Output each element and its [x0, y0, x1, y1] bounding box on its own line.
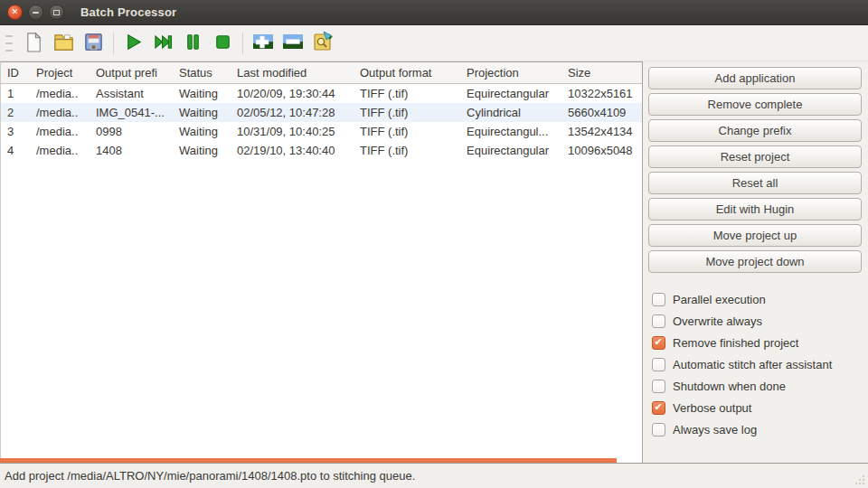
table-header-row: ID Project Output prefi Status Last modi…	[1, 62, 642, 84]
table-row[interactable]: 2 /media.. IMG_0541-... Waiting 02/05/12…	[1, 103, 642, 122]
checkbox-label: Shutdown when done	[673, 380, 786, 393]
checkbox-always-save-log[interactable]: Always save log	[652, 418, 862, 440]
column-header-status[interactable]: Status	[173, 62, 231, 83]
table-cell: /media..	[30, 106, 90, 119]
table-row[interactable]: 3 /media.. 0998 Waiting 10/31/09, 10:40:…	[1, 122, 642, 141]
column-header-projection[interactable]: Projection	[460, 62, 561, 83]
save-icon	[83, 32, 104, 55]
table-cell: TIFF (.tif)	[354, 125, 460, 138]
table-cell: 4	[1, 144, 30, 157]
add-project-button[interactable]	[249, 29, 277, 57]
new-file-icon	[24, 32, 44, 55]
checkbox-box[interactable]	[652, 423, 665, 436]
table-cell: 1	[1, 87, 30, 100]
open-folder-icon	[53, 32, 74, 55]
reset-project-button[interactable]: Reset project	[648, 145, 862, 168]
table-cell: TIFF (.tif)	[354, 144, 460, 157]
skip-project-button[interactable]	[149, 29, 177, 57]
table-cell: TIFF (.tif)	[354, 87, 460, 100]
table-cell: Equirectangul...	[460, 125, 561, 138]
table-cell: Waiting	[173, 144, 231, 157]
column-header-output-format[interactable]: Output format	[354, 62, 460, 83]
move-project-up-button[interactable]: Move project up	[648, 224, 862, 247]
stop-icon	[212, 32, 233, 55]
checkbox-remove-finished-project[interactable]: Remove finished project	[652, 332, 862, 353]
cancel-batch-button[interactable]	[209, 29, 237, 57]
titlebar[interactable]: ✕ Batch Processor	[0, 0, 868, 25]
remove-project-button[interactable]	[278, 29, 307, 57]
checkbox-label: Verbose output	[673, 401, 751, 415]
add-application-button[interactable]: Add application	[648, 67, 862, 89]
open-batch-button[interactable]	[50, 29, 78, 57]
pause-icon	[183, 32, 203, 55]
checkbox-box[interactable]	[652, 358, 665, 371]
main-area: ID Project Output prefi Status Last modi…	[0, 61, 868, 463]
checkbox-box[interactable]	[652, 336, 665, 350]
checkbox-verbose-output[interactable]: Verbose output	[652, 397, 862, 418]
pause-batch-button[interactable]	[179, 29, 207, 57]
table-cell: 1408	[90, 144, 173, 157]
table-cell: 10322x5161	[561, 87, 642, 100]
table-cell: 0998	[90, 125, 173, 138]
skip-icon	[153, 32, 174, 55]
batch-processor-window: ✕ Batch Processor	[0, 0, 868, 488]
checkbox-overwrite-always[interactable]: Overwrite always	[652, 310, 862, 332]
table-cell: Cylindrical	[460, 106, 561, 119]
project-list-panel: ID Project Output prefi Status Last modi…	[0, 61, 643, 463]
save-batch-button[interactable]	[80, 29, 108, 57]
maximize-icon	[53, 10, 60, 15]
toolbar-drag-handle[interactable]	[5, 35, 16, 52]
table-cell: /media..	[30, 125, 90, 138]
minimize-button[interactable]	[28, 5, 43, 20]
column-header-project[interactable]: Project	[30, 62, 90, 83]
checkbox-box[interactable]	[652, 380, 665, 393]
resize-grip[interactable]	[854, 474, 864, 484]
table-cell: 02/19/10, 13:40:40	[231, 144, 354, 157]
add-image-icon	[252, 31, 274, 55]
table-cell: Waiting	[173, 125, 231, 138]
new-batch-button[interactable]	[20, 29, 48, 57]
search-directory-button[interactable]	[308, 29, 336, 57]
table-cell: TIFF (.tif)	[354, 106, 460, 119]
table-cell: 2	[1, 106, 30, 119]
column-header-id[interactable]: ID	[1, 62, 30, 83]
close-button[interactable]: ✕	[7, 5, 23, 20]
checkbox-label: Always save log	[673, 423, 757, 436]
start-batch-button[interactable]	[119, 29, 147, 57]
checkbox-label: Overwrite always	[673, 314, 762, 328]
maximize-button[interactable]	[49, 5, 64, 20]
options-checkbox-list: Parallel execution Overwrite always Remo…	[648, 288, 862, 440]
reset-all-button[interactable]: Reset all	[648, 172, 862, 194]
toolbar	[0, 25, 868, 61]
table-cell: /media..	[30, 87, 90, 100]
table-row[interactable]: 4 /media.. 1408 Waiting 02/19/10, 13:40:…	[1, 141, 642, 160]
remove-complete-button[interactable]: Remove complete	[648, 93, 862, 116]
table-cell: Waiting	[173, 106, 231, 119]
edit-with-hugin-button[interactable]: Edit with Hugin	[648, 198, 862, 221]
toolbar-separator	[242, 33, 243, 54]
remove-image-icon	[282, 31, 304, 55]
checkbox-parallel-execution[interactable]: Parallel execution	[652, 288, 862, 310]
table-row[interactable]: 1 /media.. Assistant Waiting 10/20/09, 1…	[1, 84, 642, 103]
checkbox-shutdown-when-done[interactable]: Shutdown when done	[652, 375, 862, 397]
checkbox-label: Parallel execution	[673, 293, 766, 306]
column-header-output-prefix[interactable]: Output prefi	[90, 62, 173, 83]
table-cell: Equirectangular	[460, 144, 561, 157]
table-cell: Assistant	[90, 87, 173, 100]
column-header-last-modified[interactable]: Last modified	[231, 62, 354, 83]
checkbox-box[interactable]	[652, 293, 665, 306]
table-cell: IMG_0541-...	[90, 106, 173, 119]
status-text: Add project /media/ALTRO/NY/mie/panorami…	[5, 469, 415, 483]
checkbox-box[interactable]	[652, 314, 665, 328]
checkbox-label: Remove finished project	[673, 336, 798, 350]
table-cell: 10/31/09, 10:40:25	[231, 125, 354, 138]
column-header-size[interactable]: Size	[561, 62, 642, 83]
checkbox-automatic-stitch-after-assistant[interactable]: Automatic stitch after assistant	[652, 353, 862, 375]
play-icon	[123, 32, 144, 55]
change-prefix-button[interactable]: Change prefix	[648, 119, 862, 142]
move-project-down-button[interactable]: Move project down	[648, 250, 862, 273]
checkbox-box[interactable]	[652, 401, 665, 415]
window-title: Batch Processor	[80, 5, 176, 19]
table-cell: Equirectangular	[460, 87, 561, 100]
search-projects-icon	[312, 31, 334, 55]
